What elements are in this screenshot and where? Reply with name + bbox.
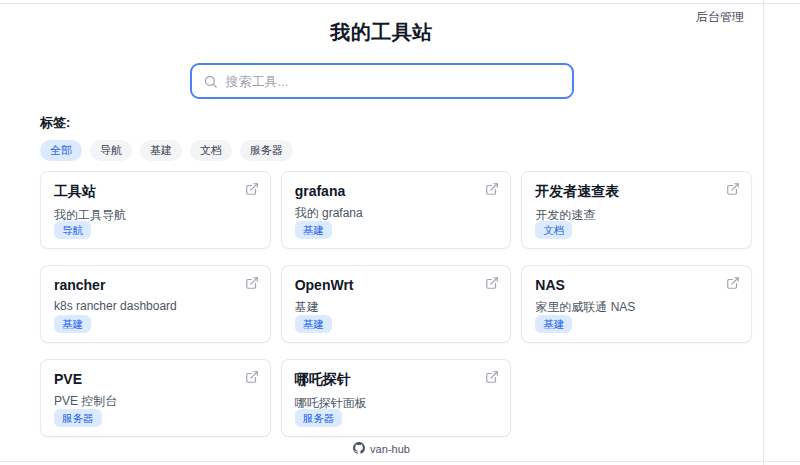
search-box[interactable] [190,63,574,99]
tag-filter-pill[interactable]: 导航 [90,140,132,161]
footer-brand: van-hub [370,443,410,455]
tool-card[interactable]: 工具站 我的工具导航 导航 [40,171,271,249]
external-link-icon[interactable] [726,182,740,196]
tags-label: 标签: [40,114,763,132]
tool-card-tag: 服务器 [54,409,102,428]
tool-card[interactable]: NAS 家里的威联通 NAS 基建 [521,265,752,343]
external-link-icon[interactable] [726,276,740,290]
tools-grid: 工具站 我的工具导航 导航 grafana 我的 grafana [40,171,752,437]
tool-card-description: 家里的威联通 NAS [535,299,738,316]
search-input[interactable] [226,74,561,89]
tool-card-description: k8s rancher dashboard [54,299,257,313]
tool-card-tag: 基建 [54,315,91,334]
tool-card-tag: 基建 [295,221,332,240]
tool-card[interactable]: OpenWrt 基建 基建 [281,265,512,343]
tool-card[interactable]: PVE PVE 控制台 服务器 [40,359,271,437]
external-link-icon[interactable] [485,370,499,384]
footer: van-hub [0,442,763,456]
bottom-divider [0,461,800,462]
external-link-icon[interactable] [485,276,499,290]
tool-card-description: 基建 [295,299,498,316]
tag-filter-pill[interactable]: 文档 [190,140,232,161]
external-link-icon[interactable] [245,370,259,384]
github-icon[interactable] [353,442,365,456]
external-link-icon[interactable] [485,182,499,196]
tag-filter-pill[interactable]: 全部 [40,140,82,161]
tool-card-tag: 导航 [54,221,91,240]
tool-card[interactable]: grafana 我的 grafana 基建 [281,171,512,249]
tag-filter-pill[interactable]: 服务器 [240,140,293,161]
tool-card-description: PVE 控制台 [54,393,257,410]
tool-card-description: 我的 grafana [295,205,498,222]
tool-card-tag: 基建 [535,315,572,334]
right-divider [763,0,764,465]
tool-card-title: 开发者速查表 [535,183,738,201]
tool-card-title: PVE [54,371,257,387]
external-link-icon[interactable] [245,182,259,196]
tool-card-tag: 文档 [535,221,572,240]
tool-card[interactable]: rancher k8s rancher dashboard 基建 [40,265,271,343]
page-title: 我的工具站 [0,19,763,46]
tag-filter-row: 全部 导航 基建 文档 服务器 [40,140,763,161]
search-icon [203,74,218,89]
tool-card-title: 工具站 [54,183,257,201]
tool-card-title: grafana [295,183,498,199]
tag-filter-pill[interactable]: 基建 [140,140,182,161]
tool-card-title: OpenWrt [295,277,498,293]
tool-card[interactable]: 开发者速查表 开发的速查 文档 [521,171,752,249]
tool-card-tag: 基建 [295,315,332,334]
search-wrap [0,63,763,99]
tool-card-title: 哪吒探针 [295,371,498,389]
external-link-icon[interactable] [245,276,259,290]
page: 后台管理 我的工具站 标签: 全部 导航 基建 [0,0,800,465]
main-content: 我的工具站 标签: 全部 导航 基建 文档 [0,3,763,437]
tool-card-title: NAS [535,277,738,293]
tool-card-title: rancher [54,277,257,293]
tool-card-tag: 服务器 [295,409,343,428]
tool-card[interactable]: 哪吒探针 哪吒探针面板 服务器 [281,359,512,437]
